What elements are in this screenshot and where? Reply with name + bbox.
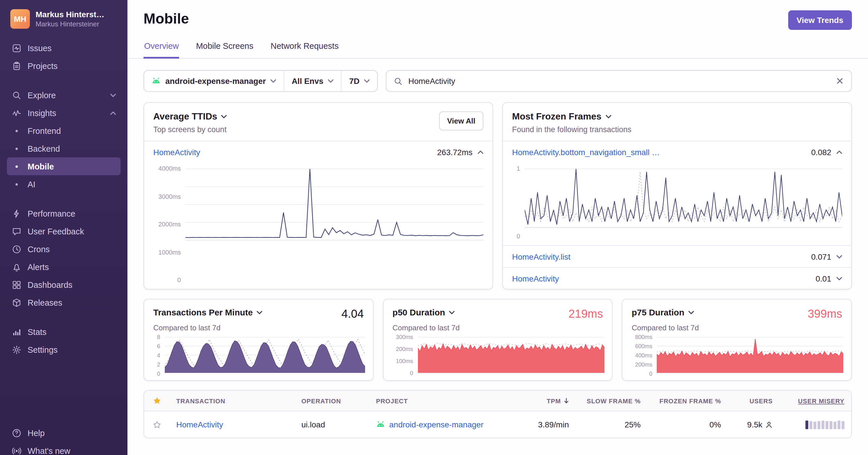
transaction-link[interactable]: HomeActivity [176, 420, 223, 429]
environment-selector[interactable]: All Envs [284, 71, 342, 91]
tab-network-requests[interactable]: Network Requests [270, 38, 339, 59]
org-user-switcher[interactable]: MH Markus Hinterst… Markus Hintersteiner [7, 8, 121, 38]
tab-mobile-screens[interactable]: Mobile Screens [195, 38, 254, 59]
grid-icon [11, 280, 22, 289]
frozen-accordion-row-0[interactable]: HomeActivity.bottom_navigation_small … 0… [503, 141, 851, 163]
sidebar-item-alerts[interactable]: Alerts [7, 258, 121, 276]
p75-value: 399ms [808, 307, 842, 320]
column-header-slow-frame[interactable]: SLOW FRAME % [576, 397, 648, 404]
tpm-title[interactable]: Transactions Per Minute [153, 307, 262, 317]
sidebar-item-frontend[interactable]: Frontend [7, 122, 121, 140]
column-header-transaction[interactable]: TRANSACTION [169, 397, 294, 404]
sort-desc-icon [564, 398, 569, 404]
sidebar-item-performance[interactable]: Performance [7, 204, 121, 222]
cell-tpm: 3.89/min [518, 420, 576, 429]
search-icon [11, 90, 22, 100]
p50-area-chart [417, 337, 604, 373]
transaction-link[interactable]: HomeActivity [153, 147, 200, 157]
help-icon [11, 428, 22, 437]
user-icon [765, 421, 773, 428]
project-selector[interactable]: android-expense-manager [144, 71, 284, 91]
column-header-frozen-frame[interactable]: FROZEN FRAME % [648, 397, 728, 404]
chevron-down-icon [836, 277, 842, 280]
sidebar-item-issues[interactable]: Issues [7, 39, 121, 57]
cell-user-misery [780, 420, 851, 429]
page-title: Mobile [144, 10, 189, 27]
column-header-users[interactable]: USERS [728, 397, 780, 404]
chevron-down-icon [364, 79, 370, 83]
star-filled-icon [152, 396, 161, 405]
column-header-tpm[interactable]: TPM [518, 397, 576, 404]
chevron-down-icon [110, 93, 116, 97]
avatar: MH [10, 9, 30, 29]
chevron-down-icon [221, 115, 227, 118]
frozen-accordion-row-1[interactable]: HomeActivity.list 0.071 [503, 245, 851, 267]
chevron-down-icon [257, 311, 262, 314]
speech-bubble-icon [11, 227, 22, 236]
project-link[interactable]: android-expense-manager [389, 420, 484, 429]
chevron-down-icon [606, 115, 611, 118]
p50-title[interactable]: p50 Duration [392, 307, 455, 317]
view-trends-button[interactable]: View Trends [788, 10, 852, 30]
p50-value: 219ms [569, 307, 603, 320]
sidebar-item-help[interactable]: Help [7, 424, 121, 442]
sidebar-item-ai[interactable]: AI [7, 175, 121, 193]
favorite-column-header [144, 396, 169, 405]
frozen-frames-line-chart [525, 168, 842, 228]
sidebar-item-crons[interactable]: Crons [7, 240, 121, 258]
bar-chart-icon [11, 327, 22, 336]
transaction-link[interactable]: HomeActivity.bottom_navigation_small … [512, 147, 660, 157]
average-ttids-title[interactable]: Average TTIDs [153, 111, 227, 122]
date-range-selector[interactable]: 7D [342, 71, 377, 91]
content-area: Average TTIDs Top screens by count View … [127, 92, 868, 455]
issues-icon [11, 44, 22, 53]
user-org: Markus Hintersteiner [36, 20, 104, 28]
bell-icon [11, 262, 22, 272]
transactions-table: TRANSACTION OPERATION PROJECT TPM SLOW F… [144, 390, 852, 438]
insights-icon [11, 108, 22, 117]
chevron-down-icon [449, 311, 455, 314]
cube-icon [11, 298, 22, 307]
transaction-link[interactable]: HomeActivity.list [512, 252, 570, 261]
tpm-area-chart [165, 337, 365, 373]
star-outline-icon [152, 420, 161, 429]
column-header-project[interactable]: PROJECT [369, 397, 518, 404]
most-frozen-frames-title[interactable]: Most Frozen Frames [512, 111, 631, 122]
clear-search-icon[interactable]: ✕ [836, 76, 844, 86]
sidebar-item-user-feedback[interactable]: User Feedback [7, 222, 121, 240]
tpm-card: Transactions Per Minute 4.04 Compared to… [144, 299, 373, 381]
main-content: Mobile View Trends Overview Mobile Scree… [127, 0, 868, 455]
ttid-accordion-row[interactable]: HomeActivity 263.72ms [144, 141, 493, 163]
tab-overview[interactable]: Overview [144, 38, 179, 59]
tpm-y-axis: 8 6 4 2 0 [152, 337, 160, 373]
sidebar-item-projects[interactable]: Projects [7, 57, 121, 75]
frozen-accordion-row-2[interactable]: HomeActivity 0.01 [503, 267, 851, 289]
p75-title[interactable]: p75 Duration [632, 307, 694, 317]
lightning-icon [11, 209, 22, 218]
p75-chart-area: 800ms 600ms 400ms 200ms 0 [623, 332, 851, 380]
tab-bar: Overview Mobile Screens Network Requests [127, 38, 868, 59]
view-all-button[interactable]: View All [439, 111, 484, 131]
sidebar-footer: Help What's new [7, 424, 121, 455]
sidebar-item-mobile[interactable]: Mobile [7, 158, 121, 175]
column-header-user-misery[interactable]: USER MISERY [780, 397, 851, 404]
sidebar-item-releases[interactable]: Releases [7, 293, 121, 311]
transaction-link[interactable]: HomeActivity [512, 274, 559, 283]
sidebar-item-insights[interactable]: Insights [7, 104, 121, 122]
p75-area-chart [657, 337, 843, 373]
android-icon [152, 78, 161, 84]
sidebar-item-backend[interactable]: Backend [7, 140, 121, 158]
sidebar-item-whats-new[interactable]: What's new [7, 442, 121, 455]
sidebar-item-explore[interactable]: Explore [7, 86, 121, 104]
sidebar-item-dashboards[interactable]: Dashboards [7, 276, 121, 293]
clock-icon [11, 245, 22, 254]
favorite-toggle[interactable] [144, 420, 169, 429]
chevron-up-icon [110, 111, 116, 115]
sidebar-item-stats[interactable]: Stats [7, 323, 121, 341]
column-header-operation[interactable]: OPERATION [294, 397, 369, 404]
p50-duration-card: p50 Duration 219ms Compared to last 7d 3… [383, 299, 613, 381]
bullet-icon [11, 130, 22, 132]
sidebar-item-settings[interactable]: Settings [7, 341, 121, 359]
search-input[interactable] [408, 77, 830, 86]
cell-operation: ui.load [294, 420, 369, 429]
